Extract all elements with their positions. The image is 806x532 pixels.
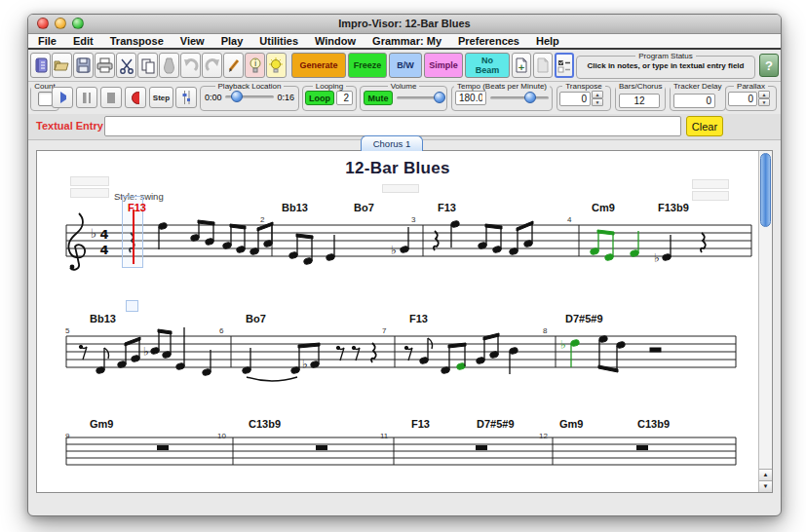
loop-button[interactable]: Loop xyxy=(305,91,334,105)
tempo-placeholder[interactable] xyxy=(692,191,729,201)
undo-button[interactable] xyxy=(180,53,201,78)
staff-2[interactable]: ♭ ♭ xyxy=(65,319,738,389)
chord-symbol[interactable]: Gm9 xyxy=(559,418,583,430)
show-placeholder[interactable] xyxy=(70,188,109,198)
clear-button[interactable]: Clear xyxy=(686,116,723,136)
subtitle-placeholder[interactable] xyxy=(382,184,419,193)
bw-button[interactable]: B/W xyxy=(389,53,422,78)
freeze-button[interactable]: Freeze xyxy=(348,53,387,78)
chord-symbol[interactable]: F13b9 xyxy=(658,202,689,213)
menu-help[interactable]: Help xyxy=(536,35,559,47)
tracker-delay-legend: Tracker Delay xyxy=(671,82,725,91)
chord-symbol[interactable]: F13 xyxy=(409,313,428,324)
transpose-field[interactable] xyxy=(559,92,591,106)
tracker-delay-field[interactable] xyxy=(673,94,715,108)
no-beam-button[interactable]: No Beam xyxy=(465,53,510,78)
scroll-down-arrow[interactable]: ▼ xyxy=(759,480,772,492)
help-button[interactable]: ? xyxy=(759,54,779,77)
draw-button[interactable] xyxy=(223,53,244,78)
add-chorus-button[interactable]: + xyxy=(512,53,531,78)
menu-grammar[interactable]: Grammar: My xyxy=(372,35,441,47)
chord-symbol[interactable]: F13 xyxy=(128,202,146,213)
chord-symbol[interactable]: C13b9 xyxy=(637,418,670,430)
scroll-up-arrow[interactable]: ▲ xyxy=(759,469,772,480)
page-disabled-icon xyxy=(536,57,550,73)
print-button[interactable] xyxy=(95,53,115,78)
transpose-spinner[interactable]: ▲▼ xyxy=(592,91,603,106)
advice-button[interactable]: i xyxy=(245,53,265,78)
record-button[interactable] xyxy=(125,87,146,108)
bars-chorus-field[interactable] xyxy=(619,94,660,108)
chord-symbol[interactable]: Bo7 xyxy=(246,313,266,324)
new-leadsheet-button[interactable] xyxy=(30,53,51,78)
copy-button[interactable] xyxy=(137,53,158,78)
chord-symbol[interactable]: F13 xyxy=(411,418,430,430)
printer-icon xyxy=(96,57,113,73)
whole-measure-rest xyxy=(476,445,487,450)
composer-placeholder[interactable] xyxy=(70,176,109,186)
chord-symbol[interactable]: Cm9 xyxy=(592,202,615,213)
menubar: File Edit Transpose View Play Utilities … xyxy=(28,34,781,50)
tab-chorus-1[interactable]: Chorus 1 xyxy=(361,135,423,151)
generate-button[interactable]: Generate xyxy=(291,53,346,78)
score-panel[interactable]: 12-Bar Blues Style: swing xyxy=(36,150,773,493)
svg-text:♭: ♭ xyxy=(91,226,96,241)
open-leadsheet-button[interactable] xyxy=(52,53,72,78)
stop-icon xyxy=(107,93,115,103)
score-scrollbar[interactable]: ▲ ▼ xyxy=(758,151,772,492)
simple-button[interactable]: Simple xyxy=(424,53,463,78)
tempo-slider-knob[interactable] xyxy=(524,92,536,103)
playback-slider[interactable] xyxy=(225,91,275,103)
remove-chorus-button[interactable] xyxy=(533,53,553,78)
chord-symbol[interactable]: Bo7 xyxy=(354,202,374,213)
volume-slider-knob[interactable] xyxy=(434,92,445,103)
playback-slider-knob[interactable] xyxy=(231,91,243,102)
show-options-button[interactable] xyxy=(555,53,574,78)
tempo-legend: Tempo (Beats per Minute) xyxy=(454,82,550,91)
playback-cursor xyxy=(133,209,134,264)
menu-play[interactable]: Play xyxy=(221,35,244,47)
menu-preferences[interactable]: Preferences xyxy=(458,35,519,47)
staff-2-notation[interactable]: ♭ ♭ xyxy=(65,319,738,389)
chord-symbol[interactable]: D7#5#9 xyxy=(477,418,515,430)
step-button[interactable]: Step xyxy=(149,87,173,108)
menu-file[interactable]: File xyxy=(38,35,57,47)
loop-count-field[interactable] xyxy=(336,91,353,105)
bars-chorus-group: Bars/Chorus xyxy=(615,82,666,111)
titlebar[interactable]: Impro-Visor: 12-Bar Blues xyxy=(28,15,781,34)
stop-button[interactable] xyxy=(100,87,122,108)
chord-symbol[interactable]: C13b9 xyxy=(249,418,281,430)
menu-window[interactable]: Window xyxy=(315,35,356,47)
scrollbar-thumb[interactable] xyxy=(760,153,771,227)
year-placeholder[interactable] xyxy=(692,179,729,189)
count-checkbox[interactable] xyxy=(38,92,53,106)
textual-entry-input[interactable] xyxy=(104,116,681,136)
parallax-spinner[interactable]: ▲▼ xyxy=(758,91,770,106)
cut-button[interactable] xyxy=(116,53,136,78)
mixer-button[interactable] xyxy=(175,87,197,108)
show-advice-button[interactable] xyxy=(266,53,287,78)
tempo-slider[interactable] xyxy=(490,92,549,104)
parallax-field[interactable] xyxy=(728,92,757,106)
pause-button[interactable] xyxy=(76,87,97,108)
play-button[interactable] xyxy=(52,87,73,108)
chord-symbol[interactable]: Bb13 xyxy=(90,313,116,324)
chord-symbol[interactable]: F13 xyxy=(438,202,456,213)
staff-1-notation[interactable]: ♭ 4 4 ♭ xyxy=(65,208,752,278)
menu-edit[interactable]: Edit xyxy=(73,35,94,47)
save-leadsheet-button[interactable] xyxy=(73,53,94,78)
looping-group: Looping Loop xyxy=(302,82,357,111)
staff-1[interactable]: Style: swing ♭ 4 4 xyxy=(65,208,752,278)
menu-utilities[interactable]: Utilities xyxy=(259,35,298,47)
staff-3[interactable]: Gm9C13b9F13D7#5#9Gm9C13b99101112 xyxy=(65,424,738,471)
menu-transpose[interactable]: Transpose xyxy=(110,35,164,47)
tempo-field[interactable] xyxy=(455,91,486,105)
menu-view[interactable]: View xyxy=(180,35,205,47)
volume-slider[interactable] xyxy=(397,92,443,104)
redo-button[interactable] xyxy=(202,53,222,78)
mute-button[interactable]: Mute xyxy=(364,91,393,105)
chord-symbol[interactable]: Gm9 xyxy=(90,418,113,430)
paste-button[interactable] xyxy=(159,53,179,78)
chord-symbol[interactable]: D7#5#9 xyxy=(565,313,603,324)
chord-symbol[interactable]: Bb13 xyxy=(282,202,308,213)
